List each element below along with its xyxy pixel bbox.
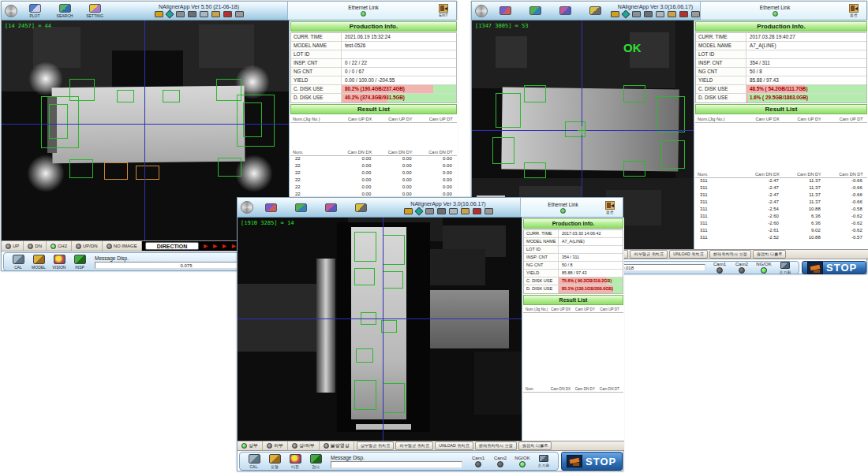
cam-a-icon[interactable] — [632, 11, 641, 17]
camera-coordinate-overlay: [1347 3005] = 53 — [475, 23, 528, 29]
app-logo-icon — [475, 5, 488, 17]
cam-a-icon[interactable] — [425, 208, 434, 214]
model-button[interactable]: 모델 — [264, 454, 285, 469]
diamond-icon[interactable] — [165, 9, 174, 18]
stop-button[interactable]: STOP — [561, 452, 623, 471]
cal-button[interactable]: CAL — [8, 255, 28, 270]
diamond-icon[interactable] — [621, 9, 630, 18]
toolbar-button-1[interactable] — [258, 199, 283, 216]
gray-screen-icon[interactable] — [691, 11, 700, 17]
tab-correct-current-position[interactable]: 현재위치에서 보정 — [475, 441, 517, 450]
clipboard-icon[interactable] — [656, 11, 664, 17]
camera-icon[interactable] — [611, 11, 619, 17]
tab-unload-position[interactable]: UNLOAD 위치표 — [435, 441, 473, 450]
gray-screen-icon[interactable] — [485, 208, 493, 214]
exit-button[interactable]: 종료 — [849, 4, 859, 17]
exit-button[interactable]: 종료 — [605, 201, 615, 214]
folder-icon[interactable] — [461, 208, 470, 214]
red-screen-icon[interactable] — [679, 11, 688, 17]
setting-button[interactable]: SETTING — [82, 2, 107, 20]
toolbar-button-3[interactable] — [318, 199, 343, 216]
tab-lower-avg-position[interactable]: 하부평균 위치표 — [395, 441, 433, 450]
message-display-box[interactable] — [331, 461, 462, 468]
toolbar-button-3[interactable] — [552, 2, 578, 20]
reset-button[interactable]: 초기화 — [533, 455, 554, 467]
plot-button[interactable]: PLOT — [22, 2, 47, 20]
radio-ng-image[interactable]: 불량영상 — [320, 441, 354, 450]
cam-a-icon[interactable] — [176, 11, 185, 17]
col-header: Cam DN DY — [784, 170, 825, 177]
roi-box — [657, 96, 685, 132]
crosshair-vertical — [144, 20, 145, 240]
tab-correct-current-position[interactable]: 현재위치에서 보정 — [709, 250, 751, 259]
tab-origin-default[interactable]: 원점치 디폴트 — [753, 250, 787, 259]
vision-button[interactable]: VISION — [49, 255, 69, 270]
radio-dot — [6, 244, 11, 249]
ngok-indicator: NG/OK — [753, 262, 775, 274]
tab-lower-avg-position[interactable]: 하부평균 위치표 — [630, 250, 668, 259]
tab-unload-position[interactable]: UNLOAD 위치표 — [669, 250, 708, 259]
vision-icon — [54, 255, 65, 264]
insp-button[interactable]: 검사 — [305, 454, 326, 469]
radio-dn[interactable]: DN — [24, 241, 47, 251]
info-label: LOT ID — [291, 50, 342, 58]
light-panel — [316, 259, 335, 393]
ng-cnt-value: 0 / 0 / 67 — [342, 68, 456, 76]
radio-up-dn[interactable]: UP/DN — [72, 241, 103, 251]
col-header: Cam DN DT — [825, 170, 867, 177]
radio-ch2[interactable]: CH2 — [47, 241, 72, 251]
camera-view[interactable]: [1910 3285] = 14 — [238, 218, 522, 441]
red-screen-icon[interactable] — [473, 208, 481, 214]
radio-upper-lower[interactable]: 상/하부 — [288, 441, 320, 450]
search-screen-icon — [295, 203, 307, 212]
folder-icon[interactable] — [211, 11, 220, 17]
roi-box — [524, 85, 546, 102]
red-screen-icon[interactable] — [223, 11, 232, 17]
model-button[interactable]: MODEL — [28, 255, 49, 270]
setting-label: SETTING — [86, 13, 103, 18]
cam-b-icon[interactable] — [437, 208, 446, 214]
light-panel — [356, 424, 411, 430]
gray-screen-icon[interactable] — [235, 11, 244, 17]
camera-icon[interactable] — [155, 11, 163, 17]
toolbar-button-2[interactable] — [522, 2, 548, 20]
folder-icon[interactable] — [668, 11, 676, 17]
cal-button[interactable]: CAL. — [244, 454, 264, 469]
clipboard-icon[interactable] — [200, 11, 208, 17]
clipboard-icon[interactable] — [449, 208, 458, 214]
machine-icon — [567, 455, 582, 467]
exit-button[interactable]: EXIT — [439, 4, 448, 17]
ethernet-status-dot — [361, 11, 366, 17]
cam-b-icon[interactable] — [644, 11, 653, 17]
tab-upper-avg-position[interactable]: 상부평균 위치표 — [357, 441, 395, 450]
radio-no-image[interactable]: NO IMAGE — [103, 241, 142, 251]
crosshair-vertical — [383, 218, 383, 441]
col-header: Num. — [290, 148, 335, 155]
cam-b-icon[interactable] — [188, 11, 196, 17]
tab-origin-default[interactable]: 원점치 디폴트 — [518, 441, 552, 450]
info-label: NG CNT — [696, 68, 746, 76]
toolbar-button-4[interactable] — [582, 2, 608, 20]
reset-button[interactable]: 초기화 — [775, 262, 795, 274]
toolbar-button-4[interactable] — [348, 199, 373, 216]
col-header: Cam UP DY — [574, 306, 599, 312]
diamond-icon[interactable] — [414, 207, 423, 215]
toolbar-button-2[interactable] — [288, 199, 313, 216]
toolbar-button-1[interactable] — [492, 2, 518, 20]
info-label: INSP. CNT — [696, 59, 746, 67]
radio-lower[interactable]: 하부 — [263, 441, 288, 450]
roi-box — [49, 104, 68, 139]
vision-button[interactable]: 비전 — [285, 454, 305, 469]
stop-button[interactable]: STOP — [802, 261, 866, 274]
roi-box — [69, 79, 95, 101]
camera-icon[interactable] — [404, 208, 413, 214]
col-header: Cam UP DY — [376, 115, 416, 122]
folder-pair-icon — [559, 6, 571, 15]
lot-id-value — [559, 246, 623, 253]
info-label: C. DISK USE — [696, 85, 746, 93]
radio-up[interactable]: UP — [2, 241, 24, 251]
info-label: YIELD — [524, 270, 559, 277]
insp-button[interactable]: INSP — [69, 255, 90, 270]
search-button[interactable]: SEARCH — [52, 2, 77, 20]
radio-upper[interactable]: 상부 — [238, 441, 263, 450]
